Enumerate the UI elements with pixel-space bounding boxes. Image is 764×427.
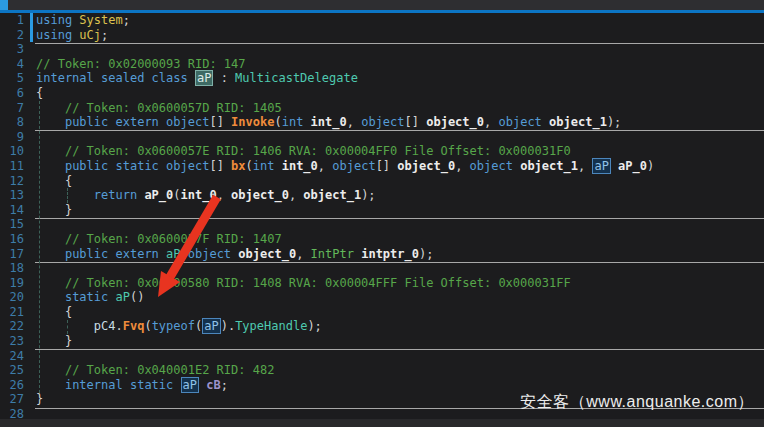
code-token: ,	[578, 159, 592, 173]
code-token: ,	[217, 188, 231, 202]
code-line[interactable]: 9	[0, 130, 764, 145]
code-token: aP_0	[611, 159, 647, 173]
code-text: }	[36, 334, 72, 349]
code-line[interactable]: 6{	[0, 86, 764, 101]
code-token: public extern	[65, 247, 166, 261]
code-token	[36, 232, 65, 246]
code-token: typeof	[152, 319, 195, 333]
code-text: internal sealed class aP : MulticastDele…	[36, 71, 358, 86]
code-token: ,	[484, 115, 498, 129]
code-token: {	[36, 86, 43, 100]
code-line[interactable]: 11 public static object[] bx(int int_0, …	[0, 159, 764, 174]
highlighted-symbol-reference[interactable]: aP	[181, 377, 199, 393]
code-text: pC4.Fvq(typeof(aP).TypeHandle);	[36, 319, 322, 334]
code-line[interactable]: 22 pC4.Fvq(typeof(aP).TypeHandle);	[0, 319, 764, 334]
highlighted-symbol-reference[interactable]: aP	[592, 158, 610, 174]
code-line[interactable]: 13 return aP_0(int_0, object_0, object_1…	[0, 188, 764, 203]
line-number: 14	[0, 203, 24, 218]
code-line[interactable]: 17 public extern aP(object object_0, Int…	[0, 247, 764, 262]
line-number: 11	[0, 159, 24, 174]
code-token: ,	[318, 159, 332, 173]
code-token: static	[65, 290, 116, 304]
code-line[interactable]: 20 static aP()	[0, 290, 764, 305]
code-token: Invoke	[231, 115, 274, 129]
code-text: }	[36, 203, 72, 218]
code-token: int_0	[181, 188, 217, 202]
code-token: int	[282, 115, 304, 129]
code-token: // Token: 0x02000093 RID: 147	[36, 57, 246, 71]
code-line[interactable]: 5internal sealed class aP : MulticastDel…	[0, 71, 764, 86]
watermark: 安全客（www.anquanke.com）	[520, 392, 754, 413]
code-token: object	[188, 247, 231, 261]
code-token: cB	[199, 378, 221, 392]
code-line[interactable]: 3	[0, 42, 764, 57]
code-token	[36, 144, 65, 158]
line-number: 1	[0, 13, 24, 28]
code-token: ,	[455, 159, 469, 173]
code-token: internal sealed class	[36, 71, 195, 85]
code-line[interactable]: 2using uCj;	[0, 28, 764, 43]
code-line[interactable]: 19 // Token: 0x06000580 RID: 1408 RVA: 0…	[0, 276, 764, 291]
code-token: }	[36, 392, 43, 406]
bottom-scrollbar-area[interactable]	[0, 419, 764, 427]
code-line[interactable]: 21 {	[0, 305, 764, 320]
code-token: ).	[221, 319, 235, 333]
code-token: );	[361, 188, 375, 202]
code-line[interactable]: 7 // Token: 0x0600057D RID: 1405	[0, 101, 764, 116]
line-number: 4	[0, 57, 24, 72]
tab-bar	[0, 0, 764, 10]
code-token: bx	[231, 159, 245, 173]
code-token	[36, 290, 65, 304]
code-token	[36, 363, 65, 377]
code-line[interactable]: 23 }	[0, 334, 764, 349]
code-line[interactable]: 26 internal static aP cB;	[0, 378, 764, 393]
code-token: ,	[296, 247, 310, 261]
code-text: {	[36, 305, 72, 320]
code-lines: 1using System;2using uCj;34// Token: 0x0…	[0, 13, 764, 422]
code-line[interactable]: 25 // Token: 0x040001E2 RID: 482	[0, 363, 764, 378]
code-token: System	[79, 13, 122, 27]
code-text: return aP_0(int_0, object_0, object_1);	[36, 188, 376, 203]
code-token: []	[376, 159, 390, 173]
line-number: 17	[0, 247, 24, 262]
code-line[interactable]: 12 {	[0, 174, 764, 189]
code-token	[36, 247, 65, 261]
code-line[interactable]: 14 }	[0, 203, 764, 218]
code-line[interactable]: 18	[0, 261, 764, 276]
line-number: 7	[0, 101, 24, 116]
code-line[interactable]: 10 // Token: 0x0600057E RID: 1406 RVA: 0…	[0, 144, 764, 159]
active-tab-stub[interactable]	[0, 0, 8, 10]
code-token: {	[36, 305, 72, 319]
code-token: intptr_0	[354, 247, 419, 261]
code-line[interactable]: 1using System;	[0, 13, 764, 28]
code-token: object_0	[231, 247, 296, 261]
code-text: }	[36, 392, 43, 407]
code-token: int_0	[274, 159, 317, 173]
code-text: // Token: 0x06000580 RID: 1408 RVA: 0x00…	[36, 276, 571, 291]
code-token: aP	[166, 247, 180, 261]
code-line[interactable]: 4// Token: 0x02000093 RID: 147	[0, 57, 764, 72]
line-number: 16	[0, 232, 24, 247]
line-number: 6	[0, 86, 24, 101]
code-line[interactable]: 8 public extern object[] Invoke(int int_…	[0, 115, 764, 130]
code-token: object_0	[231, 188, 289, 202]
code-token: using	[36, 13, 79, 27]
line-number: 26	[0, 378, 24, 393]
code-line[interactable]: 24	[0, 349, 764, 364]
code-token: object	[498, 115, 541, 129]
code-token: object	[361, 115, 404, 129]
highlighted-symbol-reference[interactable]: aP	[202, 318, 220, 334]
code-token: ()	[130, 290, 144, 304]
code-text: internal static aP cB;	[36, 378, 228, 393]
code-token	[36, 188, 94, 202]
code-token: ;	[221, 378, 228, 392]
code-token: []	[405, 115, 419, 129]
line-number: 5	[0, 71, 24, 86]
code-line[interactable]: 16 // Token: 0x0600057F RID: 1407	[0, 232, 764, 247]
code-line[interactable]: 15	[0, 217, 764, 232]
code-token: );	[607, 115, 621, 129]
highlighted-symbol-reference[interactable]: aP	[195, 70, 213, 86]
code-token: // Token: 0x0600057E RID: 1406 RVA: 0x00…	[65, 144, 571, 158]
code-token: object_1	[542, 115, 607, 129]
code-editor[interactable]: 1using System;2using uCj;34// Token: 0x0…	[0, 13, 764, 419]
